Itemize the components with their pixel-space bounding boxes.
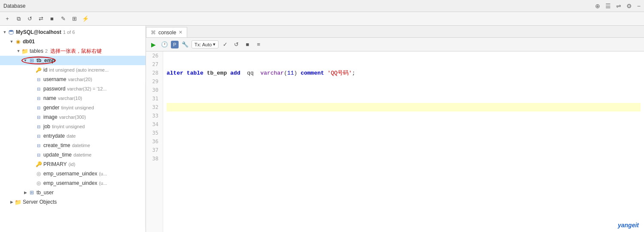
- profile-button[interactable]: P: [171, 41, 179, 48]
- col-image-type: varchar(300): [59, 114, 86, 120]
- sync-button[interactable]: ⇄: [36, 14, 46, 24]
- refresh-button[interactable]: ↺: [25, 14, 34, 24]
- expand-tables-arrow[interactable]: ▼: [15, 48, 21, 54]
- globe-icon[interactable]: ⊕: [595, 3, 600, 9]
- expand-db01-arrow[interactable]: ▼: [9, 39, 15, 45]
- code-line-31: [167, 94, 641, 103]
- index-icon-2: ◎: [35, 180, 42, 187]
- sql-field-qq: qq: [247, 70, 254, 76]
- format-button[interactable]: ≡: [254, 40, 263, 49]
- history-button[interactable]: 🕐: [160, 40, 169, 49]
- tree-tb-user[interactable]: ▶ ⊞ tb_user: [0, 188, 146, 197]
- col-job[interactable]: ⊟ job tinyint unsigned: [0, 122, 146, 131]
- col-username[interactable]: ⊟ username varchar(20): [0, 75, 146, 84]
- col-name-type: varchar(10): [58, 96, 82, 101]
- line-num-28: 28: [146, 69, 160, 77]
- sql-tb-emp: tb_emp: [207, 70, 227, 76]
- stop-sql-button[interactable]: ■: [243, 40, 252, 49]
- list-icon[interactable]: ☰: [605, 3, 611, 9]
- index-icon-1: ◎: [35, 170, 42, 177]
- title-bar-icons: ⊕ ☰ ⇌ ⚙ −: [595, 3, 641, 9]
- expand-tb-emp-arrow[interactable]: ▼: [22, 57, 28, 63]
- console-tab-bar: ⌘ console ✕: [146, 26, 644, 38]
- code-line-38: [167, 154, 641, 163]
- col-image-label: image: [43, 114, 58, 120]
- expand-tb-user-arrow[interactable]: ▶: [22, 190, 28, 196]
- play-button[interactable]: ▶: [149, 40, 158, 49]
- root-label: MySQL@localhost: [16, 29, 61, 35]
- tree-db01[interactable]: ▼ ◉ db01: [0, 37, 146, 46]
- console-tab[interactable]: ⌘ console ✕: [146, 27, 187, 37]
- console-tab-label: console: [158, 30, 176, 36]
- line-num-26: 26: [146, 51, 160, 60]
- index-emp-username-1[interactable]: ◎ emp_username_uindex (u...: [0, 169, 146, 178]
- col-name[interactable]: ⊟ name varchar(10): [0, 93, 146, 103]
- copy-button[interactable]: ⧉: [14, 14, 23, 24]
- tree-server-objects[interactable]: ▶ 📁 Server Objects: [0, 197, 146, 207]
- col-update-time[interactable]: ⊟ update_time datetime: [0, 150, 146, 160]
- col-icon-username: ⊟: [35, 76, 42, 83]
- console-tab-close[interactable]: ✕: [179, 30, 182, 35]
- minimize-icon[interactable]: −: [637, 3, 641, 9]
- kw-alter: alter: [167, 70, 183, 76]
- table-icon-user: ⊞: [28, 189, 35, 196]
- col-create-time[interactable]: ⊟ create_time datetime: [0, 141, 146, 150]
- index-emp-username-2[interactable]: ◎ emp_username_uindex (u...: [0, 178, 146, 188]
- col-id[interactable]: 🔑 id int unsigned (auto increme...: [0, 65, 146, 75]
- line-num-27: 27: [146, 60, 160, 69]
- col-entrydate[interactable]: ⊟ entrydate date: [0, 131, 146, 141]
- col-name-label: name: [43, 95, 56, 101]
- index-primary[interactable]: 🔑 PRIMARY (id): [0, 160, 146, 169]
- sql-type-varchar: varchar: [261, 70, 284, 76]
- code-line-33: [167, 111, 641, 120]
- col-password[interactable]: ⊟ password varchar(32) = '12...: [0, 84, 146, 93]
- tree-tables[interactable]: ▼ 📁 tables 2 选择一张表，鼠标右键: [0, 46, 146, 56]
- index-emp-username-2-type: (u...: [99, 181, 107, 186]
- gear-icon[interactable]: ⚙: [626, 3, 632, 9]
- add-button[interactable]: +: [3, 14, 12, 24]
- tree-tb-emp[interactable]: ▼ ⊞ tb_emp: [0, 56, 146, 65]
- col-image[interactable]: ⊟ image varchar(300): [0, 112, 146, 122]
- folder-icon-server: 📁: [15, 199, 21, 205]
- col-password-label: password: [43, 86, 65, 92]
- check-button[interactable]: ✓: [220, 40, 230, 49]
- col-gender[interactable]: ⊟ gender tinyint unsigned: [0, 103, 146, 112]
- col-icon-create-time: ⊟: [35, 142, 42, 149]
- filter-button[interactable]: ⚡: [81, 14, 90, 24]
- edit-button[interactable]: ✎: [58, 14, 68, 24]
- expand-server-arrow[interactable]: ▶: [9, 199, 15, 205]
- code-line-35: [167, 129, 641, 137]
- col-username-type: varchar(20): [68, 77, 92, 82]
- col-username-label: username: [43, 76, 66, 82]
- code-line-32[interactable]: [167, 103, 641, 111]
- key-icon-primary: 🔑: [35, 161, 42, 168]
- code-line-34: [167, 120, 641, 129]
- sql-num-11: 11: [287, 70, 294, 76]
- undo-button[interactable]: ↺: [231, 40, 241, 49]
- col-entrydate-label: entrydate: [43, 133, 65, 139]
- console-toolbar: ▶ 🕐 P 🔧 Tx: Auto ▾ ✓ ↺ ■ ≡: [146, 38, 644, 51]
- tx-label: Tx: Auto: [194, 42, 212, 47]
- col-icon-entrydate: ⊟: [35, 133, 42, 139]
- col-update-time-type: datetime: [73, 152, 91, 157]
- tables-annotation: 选择一张表，鼠标右键: [50, 48, 102, 55]
- col-job-label: job: [43, 124, 50, 130]
- expand-arrow[interactable]: ▼: [2, 29, 8, 35]
- tree-root[interactable]: ▼ MySQL@localhost 1 of 6: [0, 27, 146, 37]
- code-line-29: [167, 77, 641, 86]
- stop-button[interactable]: ■: [47, 14, 57, 24]
- line-num-32: 32: [146, 103, 160, 111]
- grid-button[interactable]: ⊞: [70, 14, 79, 24]
- settings-button[interactable]: 🔧: [180, 40, 190, 49]
- tx-selector[interactable]: Tx: Auto ▾: [191, 40, 219, 48]
- split-icon[interactable]: ⇌: [616, 3, 621, 9]
- title-bar: Database ⊕ ☰ ⇌ ⚙ −: [0, 0, 644, 12]
- line-num-29: 29: [146, 77, 160, 86]
- db-tree: ▼ MySQL@localhost 1 of 6 ▼ ◉ db01 ▼: [0, 26, 146, 232]
- sql-paren-close: ): [294, 70, 298, 76]
- code-line-36: [167, 137, 641, 146]
- line-num-33: 33: [146, 111, 160, 120]
- tb-emp-label: tb_emp: [36, 57, 55, 63]
- code-area[interactable]: alter table tb_emp add qq varchar ( 11 ): [163, 51, 644, 232]
- db-icon: [8, 29, 15, 36]
